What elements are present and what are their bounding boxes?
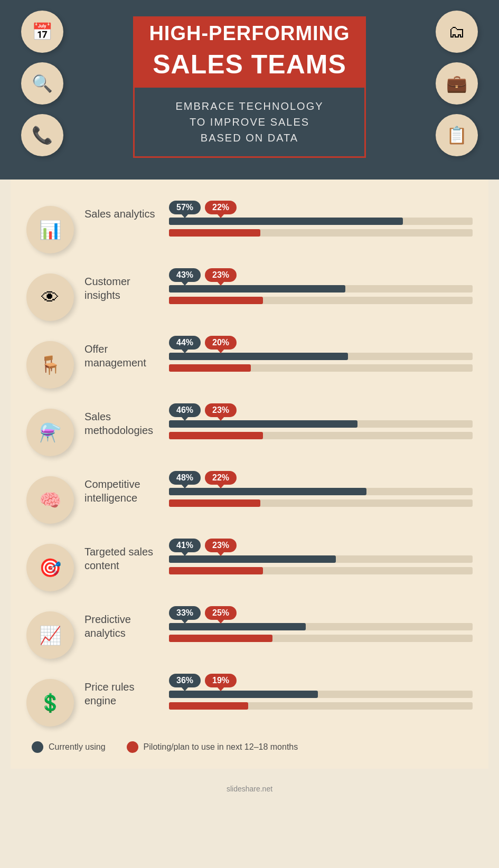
row-sales-methodologies: ⚗️ Sales methodologies 46% 23% bbox=[26, 403, 473, 456]
price-rules-engine-dark-fill bbox=[169, 691, 318, 698]
title-line2: SALES TEAMS bbox=[133, 47, 365, 86]
row-offer-management: 🪑 Offer management 44% 20% bbox=[26, 336, 473, 389]
row-price-rules-engine: 💲 Price rules engine 36% 19% bbox=[26, 674, 473, 727]
competitive-intelligence-icon: 🧠 bbox=[26, 476, 74, 524]
subtitle-text: EMBRACE TECHNOLOGYTO IMPROVE SALESBASED … bbox=[150, 98, 348, 146]
predictive-analytics-dark-fill bbox=[169, 623, 306, 630]
row-predictive-analytics: 📈 Predictive analytics 33% 25% bbox=[26, 606, 473, 659]
offer-management-dark-badge: 44% bbox=[169, 336, 201, 350]
row-sales-analytics: 📊 Sales analytics 57% 22% bbox=[26, 201, 473, 253]
header-icons-right: 🗂 💼 📋 bbox=[436, 11, 478, 156]
sales-methodologies-bars: 46% 23% bbox=[169, 403, 473, 444]
offer-management-red-track bbox=[169, 364, 473, 372]
predictive-analytics-dark-track bbox=[169, 623, 473, 630]
customer-insights-dark-fill bbox=[169, 285, 345, 293]
competitive-intelligence-badges: 48% 22% bbox=[169, 471, 473, 485]
price-rules-engine-bars: 36% 19% bbox=[169, 674, 473, 714]
predictive-analytics-label: Predictive analytics bbox=[84, 606, 164, 640]
chart-legend: Currently using Piloting/plan to use in … bbox=[26, 741, 473, 753]
sales-methodologies-red-fill bbox=[169, 432, 263, 439]
title-line1: HIGH-PERFORMING bbox=[133, 16, 365, 47]
legend-red-label: Piloting/plan to use in next 12–18 month… bbox=[144, 742, 298, 752]
customer-insights-bars: 43% 23% bbox=[169, 268, 473, 308]
price-rules-engine-red-fill bbox=[169, 702, 248, 710]
sales-analytics-red-fill bbox=[169, 229, 260, 237]
offer-management-badges: 44% 20% bbox=[169, 336, 473, 350]
competitive-intelligence-red-fill bbox=[169, 499, 260, 507]
price-rules-engine-icon: 💲 bbox=[26, 679, 74, 727]
predictive-analytics-bars: 33% 25% bbox=[169, 606, 473, 646]
sales-methodologies-badges: 46% 23% bbox=[169, 403, 473, 417]
legend-dark-label: Currently using bbox=[49, 742, 106, 752]
price-rules-engine-red-track bbox=[169, 702, 473, 710]
predictive-analytics-red-track bbox=[169, 635, 473, 642]
targeted-sales-content-red-badge: 23% bbox=[205, 539, 237, 552]
subtitle-box: EMBRACE TECHNOLOGYTO IMPROVE SALESBASED … bbox=[133, 86, 365, 158]
sales-methodologies-dark-badge: 46% bbox=[169, 403, 201, 417]
customer-insights-dark-track bbox=[169, 285, 473, 293]
customer-insights-red-fill bbox=[169, 297, 263, 304]
customer-insights-red-track bbox=[169, 297, 473, 304]
competitive-intelligence-label: Competitive intelligence bbox=[84, 471, 164, 505]
targeted-sales-content-dark-fill bbox=[169, 555, 336, 563]
phone-icon: 📞 bbox=[21, 114, 63, 156]
sales-methodologies-dark-fill bbox=[169, 420, 357, 428]
targeted-sales-content-icon: 🎯 bbox=[26, 544, 74, 591]
row-targeted-sales-content: 🎯 Targeted sales content 41% 23% bbox=[26, 539, 473, 591]
predictive-analytics-red-badge: 25% bbox=[205, 606, 237, 620]
targeted-sales-content-bars: 41% 23% bbox=[169, 539, 473, 579]
predictive-analytics-red-fill bbox=[169, 635, 272, 642]
footer-url: slideshare.net bbox=[227, 785, 272, 793]
price-rules-engine-badges: 36% 19% bbox=[169, 674, 473, 687]
competitive-intelligence-dark-badge: 48% bbox=[169, 471, 201, 485]
price-rules-engine-dark-badge: 36% bbox=[169, 674, 201, 687]
document-search-icon: 🔍 bbox=[21, 62, 63, 105]
targeted-sales-content-badges: 41% 23% bbox=[169, 539, 473, 552]
customer-insights-badges: 43% 23% bbox=[169, 268, 473, 282]
price-rules-engine-dark-track bbox=[169, 691, 473, 698]
legend-dark-dot bbox=[32, 741, 43, 753]
competitive-intelligence-red-track bbox=[169, 499, 473, 507]
offer-management-dark-track bbox=[169, 353, 473, 360]
sales-analytics-icon: 📊 bbox=[26, 206, 74, 253]
offer-management-bars: 44% 20% bbox=[169, 336, 473, 376]
legend-currently-using: Currently using bbox=[32, 741, 106, 753]
title-box: HIGH-PERFORMING SALES TEAMS EMBRACE TECH… bbox=[133, 16, 365, 158]
predictive-analytics-badges: 33% 25% bbox=[169, 606, 473, 620]
predictive-analytics-dark-badge: 33% bbox=[169, 606, 201, 620]
sales-methodologies-dark-track bbox=[169, 420, 473, 428]
targeted-sales-content-dark-badge: 41% bbox=[169, 539, 201, 552]
competitive-intelligence-red-badge: 22% bbox=[205, 471, 237, 485]
price-rules-engine-red-badge: 19% bbox=[205, 674, 237, 687]
sales-methodologies-red-track bbox=[169, 432, 473, 439]
competitive-intelligence-dark-track bbox=[169, 488, 473, 495]
calendar-icon: 📅 bbox=[21, 11, 63, 53]
sales-analytics-dark-badge: 57% bbox=[169, 201, 201, 214]
row-competitive-intelligence: 🧠 Competitive intelligence 48% 22% bbox=[26, 471, 473, 524]
offer-management-icon: 🪑 bbox=[26, 341, 74, 389]
sales-analytics-label: Sales analytics bbox=[84, 201, 164, 221]
footer: slideshare.net bbox=[0, 779, 499, 798]
sales-methodologies-label: Sales methodologies bbox=[84, 403, 164, 437]
competitive-intelligence-dark-fill bbox=[169, 488, 366, 495]
legend-red-dot bbox=[127, 741, 138, 753]
sales-methodologies-icon: ⚗️ bbox=[26, 409, 74, 456]
targeted-sales-content-red-track bbox=[169, 567, 473, 574]
org-chart-icon: 🗂 bbox=[436, 11, 478, 53]
sales-analytics-red-track bbox=[169, 229, 473, 237]
briefcase-icon: 💼 bbox=[436, 62, 478, 105]
sales-analytics-dark-fill bbox=[169, 218, 403, 225]
targeted-sales-content-red-fill bbox=[169, 567, 263, 574]
legend-piloting: Piloting/plan to use in next 12–18 month… bbox=[127, 741, 298, 753]
sales-methodologies-red-badge: 23% bbox=[205, 403, 237, 417]
customer-insights-icon: 👁 bbox=[26, 273, 74, 321]
header-icons-left: 📅 🔍 📞 bbox=[21, 11, 63, 156]
sales-analytics-red-badge: 22% bbox=[205, 201, 237, 214]
offer-management-red-fill bbox=[169, 364, 251, 372]
competitive-intelligence-bars: 48% 22% bbox=[169, 471, 473, 511]
sales-analytics-dark-track bbox=[169, 218, 473, 225]
sales-analytics-bars: 57% 22% bbox=[169, 201, 473, 241]
offer-management-red-badge: 20% bbox=[205, 336, 237, 350]
row-customer-insights: 👁 Customer insights 43% 23% bbox=[26, 268, 473, 321]
predictive-analytics-icon: 📈 bbox=[26, 611, 74, 659]
